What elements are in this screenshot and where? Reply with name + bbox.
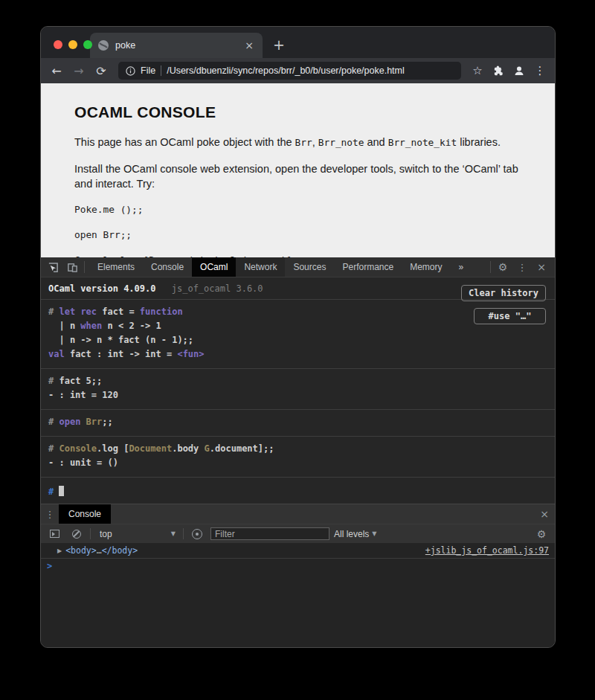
scheme-label: File bbox=[141, 65, 155, 76]
address-divider bbox=[161, 65, 161, 76]
devtools-tab-performance[interactable]: Performance bbox=[334, 257, 402, 277]
context-selector[interactable]: top ▼ bbox=[95, 529, 178, 539]
info-icon[interactable] bbox=[126, 66, 135, 76]
live-expression-eye-icon[interactable] bbox=[188, 527, 206, 542]
bookmark-star-icon[interactable]: ☆ bbox=[469, 62, 486, 80]
library-name: Brr bbox=[295, 137, 312, 148]
paragraph-text: This page has an OCaml poke object with … bbox=[74, 136, 295, 148]
browser-window: poke × + ← → ⟳ File /Users/dbuenzli/sync… bbox=[40, 26, 556, 648]
repl-entry: # fact 5;;- : int = 120 bbox=[41, 369, 555, 410]
console-settings-gear-icon[interactable]: ⚙ bbox=[533, 527, 550, 542]
browser-menu-icon[interactable]: ⋮ bbox=[531, 62, 549, 80]
devtools-tab-ocaml[interactable]: OCaml bbox=[192, 257, 236, 277]
address-bar[interactable]: File /Users/dbuenzli/sync/repos/brr/_b0/… bbox=[118, 62, 461, 80]
drawer-tab-console[interactable]: Console bbox=[59, 504, 111, 524]
repl-line: - : int = 120 bbox=[48, 388, 547, 402]
forward-icon[interactable]: → bbox=[69, 61, 89, 80]
jsofocaml-version: js_of_ocaml 3.6.0 bbox=[172, 283, 263, 294]
extensions-puzzle-icon[interactable] bbox=[489, 62, 507, 80]
new-tab-button[interactable]: + bbox=[273, 36, 285, 53]
devtools-close-icon[interactable]: × bbox=[533, 260, 550, 274]
devtools-tab-memory[interactable]: Memory bbox=[402, 257, 450, 277]
tab-close-icon[interactable]: × bbox=[243, 39, 255, 51]
profile-avatar-icon[interactable] bbox=[510, 62, 528, 80]
context-label: top bbox=[100, 529, 112, 539]
address-url[interactable]: /Users/dbuenzli/sync/repos/brr/_b0/b/use… bbox=[167, 65, 405, 76]
console-drawer: ⋮ Console × top ▼ All levels ▼ ⚙ ▶ <body… bbox=[41, 504, 555, 647]
paragraph-text: libraries. bbox=[457, 136, 501, 148]
repl-line: # Console.log [Document.body G.document]… bbox=[48, 442, 547, 456]
window-controls bbox=[54, 40, 92, 49]
log-levels-label: All levels bbox=[334, 529, 369, 539]
intro-paragraph: This page has an OCaml poke object with … bbox=[74, 135, 521, 150]
chevron-down-icon: ▼ bbox=[171, 530, 178, 537]
repl-entry: # open Brr;; bbox=[41, 410, 555, 437]
divider bbox=[183, 528, 184, 539]
repl-line: # fact 5;; bbox=[48, 374, 547, 388]
zoom-window-button[interactable] bbox=[83, 40, 92, 49]
chevron-down-icon: ▼ bbox=[372, 530, 376, 537]
repl-history: # let rec fact = function | n when n < 2… bbox=[41, 300, 555, 504]
back-icon[interactable]: ← bbox=[47, 61, 66, 80]
ocaml-version: OCaml version 4.09.0 bbox=[48, 283, 156, 294]
minimize-window-button[interactable] bbox=[68, 40, 77, 49]
console-toolbar: top ▼ All levels ▼ ⚙ bbox=[41, 524, 555, 543]
devtools-tab-console[interactable]: Console bbox=[143, 257, 192, 277]
console-message[interactable]: <body>…</body> bbox=[65, 545, 138, 556]
device-toolbar-icon[interactable] bbox=[63, 260, 81, 274]
paragraph-text: , bbox=[312, 136, 318, 148]
favicon bbox=[97, 39, 109, 51]
divider bbox=[90, 528, 91, 539]
clear-console-icon[interactable] bbox=[68, 527, 86, 542]
text-cursor bbox=[59, 486, 64, 496]
divider bbox=[490, 261, 491, 273]
repl-line: | n -> n * fact (n - 1);; bbox=[48, 333, 547, 347]
dom-element-text: <body> bbox=[65, 545, 97, 556]
library-name: Brr_note_kit bbox=[388, 137, 457, 148]
devtools-menu-icon[interactable]: ⋮ bbox=[513, 260, 531, 274]
console-prompt[interactable]: > bbox=[41, 559, 555, 574]
devtools-tab-network[interactable]: Network bbox=[236, 257, 285, 277]
page-title: OCAML CONSOLE bbox=[74, 103, 521, 121]
console-empty-area[interactable] bbox=[41, 574, 555, 647]
use-file-button[interactable]: #use "…" bbox=[474, 308, 546, 324]
devtools-tab-[interactable]: » bbox=[451, 257, 472, 277]
repl-input-line[interactable]: # bbox=[41, 478, 555, 504]
inspect-element-icon[interactable] bbox=[44, 260, 62, 274]
expand-triangle-icon[interactable]: ▶ bbox=[57, 548, 62, 554]
repl-line: val fact : int -> int = <fun> bbox=[48, 347, 547, 362]
devtools-tabbar: ElementsConsoleOCamlNetworkSourcesPerfor… bbox=[41, 257, 555, 277]
repl-buttons: Clear history #use "…" bbox=[461, 285, 546, 324]
drawer-menu-icon[interactable]: ⋮ bbox=[41, 509, 59, 520]
source-link[interactable]: +jslib_js_of_ocaml.js:97 bbox=[425, 545, 549, 556]
repl-line: - : unit = () bbox=[48, 456, 547, 470]
drawer-close-icon[interactable]: × bbox=[534, 508, 555, 520]
clear-history-button[interactable]: Clear history bbox=[461, 285, 546, 301]
browser-toolbar: ← → ⟳ File /Users/dbuenzli/sync/repos/br… bbox=[41, 58, 555, 83]
console-sidebar-icon[interactable] bbox=[45, 527, 63, 542]
ellipsis-text: … bbox=[97, 545, 102, 556]
console-message-row: ▶ <body>…</body> +jslib_js_of_ocaml.js:9… bbox=[41, 543, 555, 559]
drawer-header: ⋮ Console × bbox=[41, 504, 555, 524]
browser-tab-strip: poke × + bbox=[41, 27, 555, 58]
paragraph-text: and bbox=[364, 136, 387, 148]
dom-element-text: </body> bbox=[102, 545, 138, 556]
code-snippets: Poke.me ();;open Brr;;Console.log [Docum… bbox=[74, 203, 521, 257]
browser-tab-poke[interactable]: poke × bbox=[90, 33, 263, 58]
page-content: OCAML CONSOLE This page has an OCaml pok… bbox=[41, 83, 555, 257]
filter-input[interactable] bbox=[210, 527, 329, 540]
devtools-settings-gear-icon[interactable]: ⚙ bbox=[494, 260, 512, 274]
close-window-button[interactable] bbox=[54, 40, 62, 49]
tab-title: poke bbox=[115, 40, 237, 51]
divider bbox=[84, 261, 85, 273]
ocaml-repl-panel: OCaml version 4.09.0 js_of_ocaml 3.6.0 #… bbox=[41, 277, 555, 504]
log-levels-selector[interactable]: All levels ▼ bbox=[334, 529, 377, 539]
library-name: Brr_note bbox=[318, 137, 364, 148]
code-snippet: open Brr;; bbox=[74, 228, 521, 242]
devtools-tab-sources[interactable]: Sources bbox=[285, 257, 334, 277]
devtools-tab-elements[interactable]: Elements bbox=[89, 257, 143, 277]
devtools-tabs: ElementsConsoleOCamlNetworkSourcesPerfor… bbox=[89, 257, 472, 277]
repl-line: # bbox=[48, 485, 547, 499]
instructions-paragraph: Install the OCaml console web extension,… bbox=[74, 161, 521, 192]
reload-icon[interactable]: ⟳ bbox=[91, 61, 111, 80]
